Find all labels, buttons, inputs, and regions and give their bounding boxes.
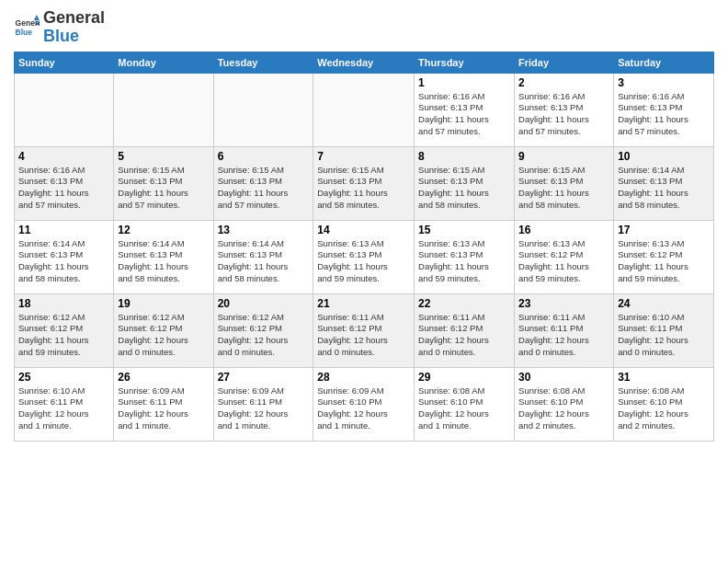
- day-info: Sunrise: 6:13 AM Sunset: 6:13 PM Dayligh…: [317, 238, 410, 285]
- calendar-cell: 26Sunrise: 6:09 AM Sunset: 6:11 PM Dayli…: [114, 367, 213, 441]
- header: General Blue General Blue: [14, 9, 714, 46]
- weekday-header: Sunday: [15, 52, 114, 73]
- calendar-header-row: SundayMondayTuesdayWednesdayThursdayFrid…: [15, 52, 714, 73]
- day-info: Sunrise: 6:16 AM Sunset: 6:13 PM Dayligh…: [618, 91, 710, 138]
- day-number: 10: [618, 150, 710, 163]
- day-info: Sunrise: 6:15 AM Sunset: 6:13 PM Dayligh…: [418, 165, 510, 212]
- weekday-header: Monday: [114, 52, 213, 73]
- calendar-cell: 4Sunrise: 6:16 AM Sunset: 6:13 PM Daylig…: [15, 146, 114, 220]
- calendar-cell: 8Sunrise: 6:15 AM Sunset: 6:13 PM Daylig…: [415, 146, 515, 220]
- day-info: Sunrise: 6:11 AM Sunset: 6:12 PM Dayligh…: [418, 312, 510, 359]
- page: General Blue General Blue SundayMondayTu…: [0, 0, 728, 563]
- day-number: 14: [317, 224, 410, 236]
- day-info: Sunrise: 6:08 AM Sunset: 6:10 PM Dayligh…: [518, 385, 609, 432]
- weekday-header: Friday: [515, 52, 614, 73]
- day-info: Sunrise: 6:11 AM Sunset: 6:12 PM Dayligh…: [317, 312, 410, 359]
- calendar-cell: [15, 73, 114, 146]
- day-number: 24: [618, 297, 710, 310]
- calendar-week-row: 25Sunrise: 6:10 AM Sunset: 6:11 PM Dayli…: [15, 367, 714, 441]
- day-number: 13: [218, 224, 310, 236]
- calendar-cell: [313, 73, 415, 146]
- day-info: Sunrise: 6:10 AM Sunset: 6:11 PM Dayligh…: [618, 312, 710, 359]
- day-info: Sunrise: 6:09 AM Sunset: 6:11 PM Dayligh…: [218, 385, 310, 432]
- day-info: Sunrise: 6:15 AM Sunset: 6:13 PM Dayligh…: [118, 165, 209, 212]
- calendar-table: SundayMondayTuesdayWednesdayThursdayFrid…: [14, 52, 714, 442]
- day-number: 9: [518, 150, 609, 163]
- calendar-cell: 12Sunrise: 6:14 AM Sunset: 6:13 PM Dayli…: [114, 220, 213, 293]
- day-number: 23: [518, 297, 609, 310]
- day-number: 17: [618, 224, 710, 236]
- calendar-cell: 14Sunrise: 6:13 AM Sunset: 6:13 PM Dayli…: [313, 220, 415, 293]
- day-number: 20: [218, 297, 310, 310]
- day-number: 12: [118, 224, 209, 236]
- day-info: Sunrise: 6:14 AM Sunset: 6:13 PM Dayligh…: [18, 238, 109, 285]
- calendar-cell: 29Sunrise: 6:08 AM Sunset: 6:10 PM Dayli…: [415, 367, 515, 441]
- day-number: 1: [418, 76, 510, 89]
- day-info: Sunrise: 6:09 AM Sunset: 6:11 PM Dayligh…: [118, 385, 209, 432]
- day-info: Sunrise: 6:14 AM Sunset: 6:13 PM Dayligh…: [118, 238, 209, 285]
- logo-icon: General Blue: [14, 15, 40, 40]
- calendar-cell: 5Sunrise: 6:15 AM Sunset: 6:13 PM Daylig…: [114, 146, 213, 220]
- day-info: Sunrise: 6:16 AM Sunset: 6:13 PM Dayligh…: [518, 91, 609, 138]
- day-info: Sunrise: 6:14 AM Sunset: 6:13 PM Dayligh…: [218, 238, 310, 285]
- calendar-cell: 31Sunrise: 6:08 AM Sunset: 6:10 PM Dayli…: [614, 367, 714, 441]
- day-number: 27: [218, 371, 310, 384]
- weekday-header: Saturday: [614, 52, 714, 73]
- calendar-cell: [114, 73, 213, 146]
- day-number: 8: [418, 150, 510, 163]
- calendar-cell: 18Sunrise: 6:12 AM Sunset: 6:12 PM Dayli…: [15, 293, 114, 367]
- calendar-cell: 11Sunrise: 6:14 AM Sunset: 6:13 PM Dayli…: [15, 220, 114, 293]
- calendar-cell: 19Sunrise: 6:12 AM Sunset: 6:12 PM Dayli…: [114, 293, 213, 367]
- day-number: 31: [618, 371, 710, 384]
- calendar-cell: 16Sunrise: 6:13 AM Sunset: 6:12 PM Dayli…: [515, 220, 614, 293]
- calendar-cell: 23Sunrise: 6:11 AM Sunset: 6:11 PM Dayli…: [515, 293, 614, 367]
- weekday-header: Thursday: [415, 52, 515, 73]
- day-info: Sunrise: 6:13 AM Sunset: 6:12 PM Dayligh…: [618, 238, 710, 285]
- calendar-cell: 9Sunrise: 6:15 AM Sunset: 6:13 PM Daylig…: [515, 146, 614, 220]
- day-info: Sunrise: 6:08 AM Sunset: 6:10 PM Dayligh…: [418, 385, 510, 432]
- calendar-cell: 28Sunrise: 6:09 AM Sunset: 6:10 PM Dayli…: [313, 367, 415, 441]
- calendar-cell: 13Sunrise: 6:14 AM Sunset: 6:13 PM Dayli…: [213, 220, 313, 293]
- day-number: 5: [118, 150, 209, 163]
- calendar-week-row: 18Sunrise: 6:12 AM Sunset: 6:12 PM Dayli…: [15, 293, 714, 367]
- day-number: 25: [18, 371, 109, 384]
- calendar-cell: 7Sunrise: 6:15 AM Sunset: 6:13 PM Daylig…: [313, 146, 415, 220]
- day-info: Sunrise: 6:16 AM Sunset: 6:13 PM Dayligh…: [418, 91, 510, 138]
- svg-text:Blue: Blue: [16, 28, 33, 37]
- day-info: Sunrise: 6:11 AM Sunset: 6:11 PM Dayligh…: [518, 312, 609, 359]
- day-info: Sunrise: 6:09 AM Sunset: 6:10 PM Dayligh…: [317, 385, 410, 432]
- calendar-cell: 30Sunrise: 6:08 AM Sunset: 6:10 PM Dayli…: [515, 367, 614, 441]
- calendar-cell: 22Sunrise: 6:11 AM Sunset: 6:12 PM Dayli…: [415, 293, 515, 367]
- day-info: Sunrise: 6:12 AM Sunset: 6:12 PM Dayligh…: [118, 312, 209, 359]
- calendar-week-row: 1Sunrise: 6:16 AM Sunset: 6:13 PM Daylig…: [15, 73, 714, 146]
- calendar-cell: [213, 73, 313, 146]
- calendar-cell: 24Sunrise: 6:10 AM Sunset: 6:11 PM Dayli…: [614, 293, 714, 367]
- calendar-cell: 3Sunrise: 6:16 AM Sunset: 6:13 PM Daylig…: [614, 73, 714, 146]
- weekday-header: Tuesday: [213, 52, 313, 73]
- calendar-cell: 27Sunrise: 6:09 AM Sunset: 6:11 PM Dayli…: [213, 367, 313, 441]
- day-number: 26: [118, 371, 209, 384]
- day-number: 2: [518, 76, 609, 89]
- calendar-week-row: 4Sunrise: 6:16 AM Sunset: 6:13 PM Daylig…: [15, 146, 714, 220]
- day-number: 7: [317, 150, 410, 163]
- weekday-header: Wednesday: [313, 52, 415, 73]
- calendar-cell: 10Sunrise: 6:14 AM Sunset: 6:13 PM Dayli…: [614, 146, 714, 220]
- day-number: 3: [618, 76, 710, 89]
- calendar-cell: 21Sunrise: 6:11 AM Sunset: 6:12 PM Dayli…: [313, 293, 415, 367]
- day-number: 6: [218, 150, 310, 163]
- day-number: 29: [418, 371, 510, 384]
- day-info: Sunrise: 6:16 AM Sunset: 6:13 PM Dayligh…: [18, 165, 109, 212]
- calendar-cell: 15Sunrise: 6:13 AM Sunset: 6:13 PM Dayli…: [415, 220, 515, 293]
- calendar-cell: 6Sunrise: 6:15 AM Sunset: 6:13 PM Daylig…: [213, 146, 313, 220]
- day-number: 18: [18, 297, 109, 310]
- day-info: Sunrise: 6:12 AM Sunset: 6:12 PM Dayligh…: [218, 312, 310, 359]
- day-number: 30: [518, 371, 609, 384]
- day-info: Sunrise: 6:10 AM Sunset: 6:11 PM Dayligh…: [18, 385, 109, 432]
- day-info: Sunrise: 6:15 AM Sunset: 6:13 PM Dayligh…: [218, 165, 310, 212]
- logo-text: General Blue: [43, 9, 105, 46]
- calendar-cell: 2Sunrise: 6:16 AM Sunset: 6:13 PM Daylig…: [515, 73, 614, 146]
- day-number: 19: [118, 297, 209, 310]
- day-info: Sunrise: 6:15 AM Sunset: 6:13 PM Dayligh…: [317, 165, 410, 212]
- day-info: Sunrise: 6:15 AM Sunset: 6:13 PM Dayligh…: [518, 165, 609, 212]
- calendar-cell: 25Sunrise: 6:10 AM Sunset: 6:11 PM Dayli…: [15, 367, 114, 441]
